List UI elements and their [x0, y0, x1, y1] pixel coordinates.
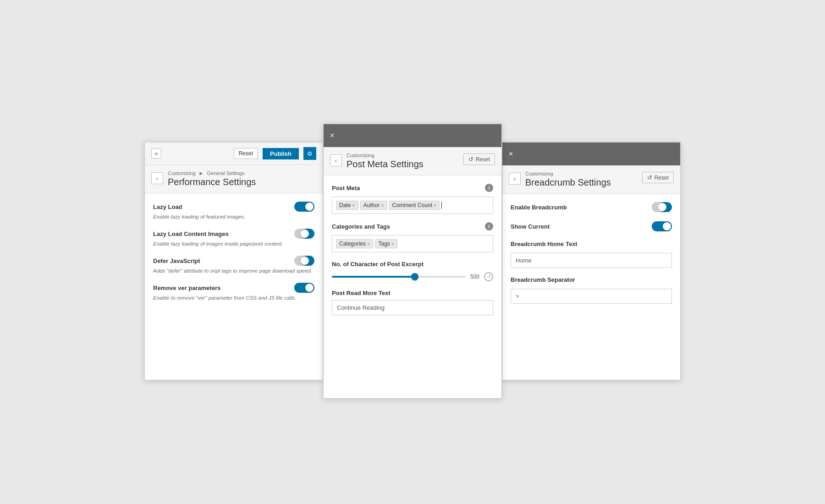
panel2-breadcrumb: Customizing	[346, 153, 424, 158]
tag-comment-count[interactable]: Comment Count ×	[389, 201, 440, 210]
lazy-load-toggle[interactable]	[294, 202, 314, 212]
home-text-label: Breadcrumb Home Text	[511, 241, 672, 247]
lazy-load-content-desc: Enable lazy loading of images inside pag…	[153, 240, 314, 247]
gear-button[interactable]: ⚙	[303, 147, 316, 160]
panel3-top-bar: ×	[502, 142, 680, 165]
post-meta-info-icon[interactable]: i	[485, 184, 493, 192]
panel3-page-title: Breadcrumb Settings	[525, 177, 611, 188]
excerpt-value: 500	[470, 274, 479, 280]
separator-label: Breadcrumb Separator	[511, 276, 672, 283]
tag-categories[interactable]: Categories ×	[336, 239, 373, 248]
excerpt-reset-button[interactable]: ↺	[484, 272, 493, 281]
panel1-breadcrumb-nav: Customizing ► General Settings Performan…	[168, 170, 256, 187]
tag-author-remove[interactable]: ×	[381, 203, 384, 208]
performance-settings-panel: × Reset Publish ⚙ ‹ Customizing ► Genera…	[144, 142, 323, 380]
publish-button[interactable]: Publish	[263, 148, 299, 159]
panel3-reset-button[interactable]: ↺ Reset	[642, 172, 674, 183]
lazy-load-content-label: Lazy Load Content Images	[153, 230, 229, 237]
reset-icon-3: ↺	[647, 174, 652, 181]
panel1-header: × Reset Publish ⚙	[145, 142, 323, 165]
lazy-load-content-toggle[interactable]	[294, 229, 314, 239]
defer-js-toggle[interactable]	[294, 256, 314, 266]
remove-ver-label: Remove ver parameters	[153, 285, 220, 291]
panel2-header: ‹ Customizing Post Meta Settings ↺ Reset	[324, 147, 501, 175]
show-current-label: Show Current	[511, 223, 550, 230]
enable-breadcrumb-label: Enable Breadcrumb	[511, 204, 567, 211]
panel1-body: Lazy Load Enable lazy loading of feature…	[145, 193, 323, 318]
categories-tags-section-label: Categories and Tags i	[332, 222, 493, 230]
enable-breadcrumb-row: Enable Breadcrumb	[511, 202, 672, 212]
excerpt-section: No. of Character of Post Excerpt 500 ↺	[332, 261, 493, 281]
reset-icon: ↺	[468, 156, 473, 163]
show-current-toggle[interactable]	[652, 221, 672, 231]
lazy-load-desc: Enable lazy loading of featured images.	[153, 213, 314, 220]
panel2-back-button[interactable]: ‹	[330, 154, 342, 166]
separator-group: Breadcrumb Separator	[511, 276, 672, 304]
tag-categories-remove[interactable]: ×	[367, 241, 370, 247]
home-text-group: Breadcrumb Home Text	[511, 241, 672, 268]
panel2-reset-button[interactable]: ↺ Reset	[463, 153, 495, 165]
post-meta-section-label: Post Meta i	[332, 184, 493, 192]
panel2-close-button[interactable]: ×	[330, 131, 334, 140]
text-cursor	[441, 202, 442, 209]
breadcrumb-settings-panel: × ‹ Customizing Breadcrumb Settings ↺ Re…	[502, 142, 681, 380]
page-title: Performance Settings	[168, 177, 256, 187]
panel1-close-button[interactable]: ×	[151, 148, 161, 159]
remove-ver-desc: Enable to remove "ver" parameter from CS…	[153, 294, 314, 301]
tag-author[interactable]: Author ×	[360, 201, 387, 210]
panel3-close-button[interactable]: ×	[509, 150, 513, 158]
panel2-body: Post Meta i Date × Author × Comment Coun…	[324, 175, 501, 323]
read-more-section: Post Read More Text	[332, 290, 493, 315]
read-more-input[interactable]	[332, 300, 493, 315]
post-meta-settings-panel: × ‹ Customizing Post Meta Settings ↺ Res…	[323, 124, 502, 399]
panel1-nav: ‹ Customizing ► General Settings Perform…	[145, 165, 323, 193]
breadcrumb: Customizing ► General Settings	[168, 170, 256, 176]
lazy-load-content-setting: Lazy Load Content Images Enable lazy loa…	[153, 229, 314, 247]
tag-date[interactable]: Date ×	[336, 201, 358, 210]
panel1-back-button[interactable]: ‹	[151, 172, 163, 184]
excerpt-slider-track[interactable]	[332, 276, 466, 278]
panel2-top-bar: ×	[324, 124, 501, 147]
tag-tags[interactable]: Tags ×	[375, 239, 397, 248]
categories-tags-input[interactable]: Categories × Tags ×	[332, 235, 493, 252]
enable-breadcrumb-toggle[interactable]	[652, 202, 672, 212]
lazy-load-label: Lazy Load	[153, 203, 182, 210]
home-text-input[interactable]	[511, 253, 672, 268]
panel3-breadcrumb: Customizing	[525, 171, 611, 176]
separator-input[interactable]	[511, 289, 672, 304]
panel3-header: ‹ Customizing Breadcrumb Settings ↺ Rese…	[502, 165, 680, 194]
remove-ver-toggle[interactable]	[294, 283, 314, 293]
panel3-body: Enable Breadcrumb Show Current Breadcrum…	[502, 194, 680, 320]
panel2-page-title: Post Meta Settings	[346, 159, 424, 170]
panel1-reset-button[interactable]: Reset	[234, 148, 258, 159]
defer-js-label: Defer JavaScript	[153, 257, 200, 264]
panel3-back-button[interactable]: ‹	[509, 173, 521, 185]
remove-ver-setting: Remove ver parameters Enable to remove "…	[153, 283, 314, 301]
defer-js-setting: Defer JavaScript Adds "defer" attribute …	[153, 256, 314, 274]
lazy-load-setting: Lazy Load Enable lazy loading of feature…	[153, 202, 314, 220]
categories-tags-info-icon[interactable]: i	[485, 222, 493, 230]
post-meta-tag-input[interactable]: Date × Author × Comment Count ×	[332, 197, 493, 214]
defer-js-desc: Adds "defer" attribute to sript tags to …	[153, 267, 314, 274]
tag-tags-remove[interactable]: ×	[391, 241, 394, 247]
read-more-label: Post Read More Text	[332, 290, 493, 296]
tag-date-remove[interactable]: ×	[352, 203, 355, 208]
tag-comment-count-remove[interactable]: ×	[434, 203, 436, 208]
show-current-row: Show Current	[511, 221, 672, 231]
excerpt-label: No. of Character of Post Excerpt	[332, 261, 493, 268]
